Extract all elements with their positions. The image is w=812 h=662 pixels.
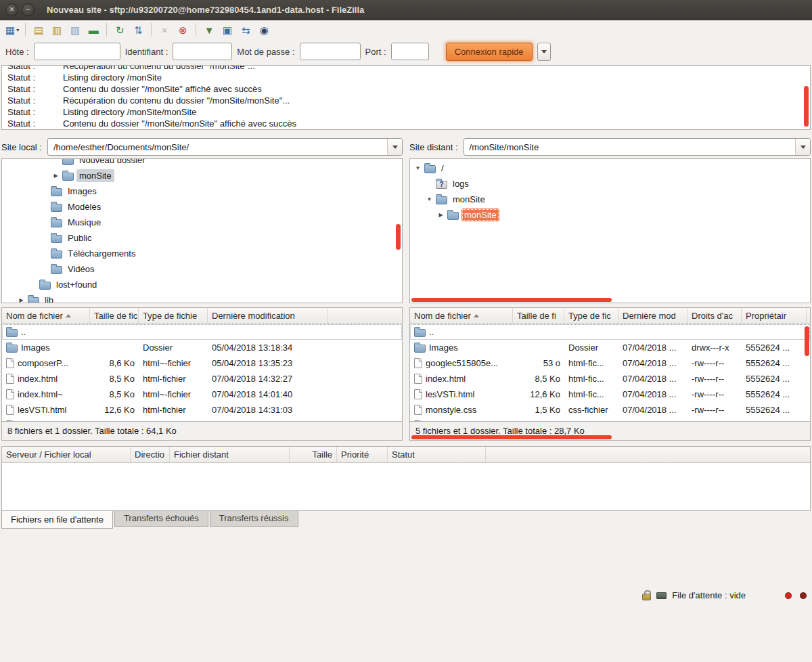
password-input[interactable] [300, 43, 361, 60]
username-input[interactable] [173, 43, 232, 60]
close-button[interactable]: × [5, 3, 18, 16]
tree-expander-down-icon[interactable]: ▼ [426, 196, 433, 202]
window-title: Nouveau site - sftp://u93200720@home7329… [47, 5, 364, 15]
column-header-filler [486, 447, 810, 462]
tree-item-mod-les[interactable]: Modèles [2, 199, 402, 215]
column-header-nom-de-fichier[interactable]: Nom de fichier [410, 308, 513, 324]
file-type-cell: html-fichier [139, 374, 208, 384]
tree-expander-right-icon[interactable]: ▶ [52, 173, 60, 179]
host-input[interactable] [34, 43, 120, 60]
column-header-priorit[interactable]: Priorité [337, 447, 388, 462]
column-header-derni-re-modification[interactable]: Dernière modification [208, 308, 328, 324]
toolbar-button-process-queue[interactable]: ⇅ [130, 22, 146, 38]
toolbar-button-toggle-remote-tree[interactable]: ▥ [67, 22, 83, 38]
file-row-parent-directory[interactable]: .. [410, 324, 810, 340]
tab-fichiers-en-file-d-attente[interactable]: Fichiers en file d'attente [1, 511, 113, 529]
filter-icon: ▼ [204, 25, 215, 35]
remote-path-value[interactable]: /monSite/monSite [464, 142, 795, 152]
file-row-images[interactable]: ImagesDossier07/04/2018 ...drwx---r-x555… [410, 340, 810, 355]
column-header-droits-d-ac[interactable]: Droits d'ac [687, 308, 742, 324]
local-tree[interactable]: Nouveau dossier▶monSiteImagesModèlesMusi… [1, 158, 403, 303]
column-header-nom-de-fichier[interactable]: Nom de fichier [2, 308, 90, 324]
column-header-directio[interactable]: Directio [131, 447, 170, 462]
remote-path-combobox[interactable]: /monSite/monSite [464, 138, 811, 156]
local-path-dropdown-button[interactable] [387, 139, 402, 155]
tree-item-t-l-chargements[interactable]: Téléchargements [2, 246, 402, 261]
tree-expander-right-icon[interactable]: ▶ [437, 212, 445, 218]
tree-item-musique[interactable]: Musique [2, 215, 402, 230]
log-scrollbar-thumb[interactable] [804, 86, 809, 127]
file-row-lesvsti-html[interactable]: lesVSTi.html12,6 Kohtml-fichier07/04/201… [2, 402, 402, 418]
tree-expander-right-icon[interactable]: ▶ [18, 297, 25, 303]
remote-tree-hscrollbar-thumb[interactable] [411, 298, 612, 302]
tree-item-lib[interactable]: ▶lib [2, 292, 402, 303]
remote-list-hscrollbar-thumb[interactable] [411, 435, 612, 439]
column-header-taille[interactable]: Taille [290, 447, 337, 462]
quickconnect-button[interactable]: Connexion rapide [446, 43, 533, 61]
remote-list-scrollbar-thumb[interactable] [805, 326, 809, 356]
tree-expander-down-icon[interactable]: ▼ [414, 165, 422, 171]
column-header-label: Nom de fichier [414, 311, 471, 321]
tree-item-vid-os[interactable]: Vidéos [2, 261, 402, 277]
column-header-taille-de-fi[interactable]: Taille de fi [513, 308, 564, 324]
tree-item-root[interactable]: ▼/ [410, 160, 810, 176]
tree-item-logs[interactable]: ?logs [410, 176, 810, 192]
toolbar-button-toggle-message-log[interactable]: ▤ [30, 22, 47, 38]
toolbar-button-filter[interactable]: ▼ [201, 22, 217, 38]
local-list-body[interactable]: ..ImagesDossier05/04/2018 13:18:34compos… [2, 324, 402, 421]
folder-icon [39, 282, 51, 290]
toolbar-button-toggle-queue[interactable]: ▬ [85, 22, 102, 38]
toolbar-button-compare-directories[interactable]: ▣ [219, 22, 235, 38]
toolbar-button-find-files[interactable]: ◉ [256, 22, 272, 38]
toolbar-button-disconnect[interactable]: ⊗ [175, 22, 191, 38]
remote-tree[interactable]: ▼/?logs▼monSite▶monSite [409, 158, 811, 303]
remote-path-dropdown-button[interactable] [795, 139, 810, 155]
file-row-index-html[interactable]: index.html8,5 Kohtml-fichier07/04/2018 1… [2, 371, 402, 387]
file-row-index-html[interactable]: index.html~8,5 Kohtml~-fichier07/04/2018… [2, 387, 402, 402]
toolbar-button-cancel[interactable]: × [156, 22, 173, 38]
column-header-serveur-fichier-local[interactable]: Serveur / Fichier local [2, 447, 131, 462]
quickconnect-dropdown-button[interactable] [537, 43, 551, 61]
toolbar-button-toggle-local-tree[interactable]: ▥ [49, 22, 65, 38]
tree-item-monsite[interactable]: ▶monSite [2, 168, 402, 183]
file-row-googlec515805e[interactable]: googlec515805e...53 ohtml-fic...07/04/20… [410, 355, 810, 371]
local-path-value[interactable]: /home/esther/Documents/monSite/ [48, 142, 387, 152]
file-icon [414, 374, 422, 384]
tab-transferts-r-ussis[interactable]: Transferts réussis [210, 511, 298, 527]
tree-item-public[interactable]: Public [2, 230, 402, 246]
file-row-parent-directory[interactable]: .. [2, 324, 402, 340]
tree-item-images[interactable]: Images [2, 183, 402, 199]
queue-body[interactable] [2, 463, 810, 510]
tab-transferts-chou-s[interactable]: Transferts échoués [114, 511, 208, 527]
file-type-cell: Dossier [139, 343, 208, 353]
column-header-fichier-distant[interactable]: Fichier distant [170, 447, 290, 462]
file-name-cell: Images [410, 343, 513, 353]
tree-item-monsite[interactable]: ▶monSite [410, 207, 810, 223]
file-modified-cell: 07/04/2018 ... [618, 405, 687, 415]
status-log[interactable]: Statut :Récupération du contenu du dossi… [1, 65, 811, 130]
port-input[interactable] [391, 43, 429, 60]
file-row-index-html[interactable]: index.html8,5 Kohtml-fic...07/04/2018 ..… [410, 371, 810, 387]
minimize-button[interactable]: − [22, 3, 35, 16]
column-header-type-de-fic[interactable]: Type de fic [564, 308, 618, 324]
tree-item-nouveau-dossier[interactable]: Nouveau dossier [2, 158, 402, 168]
tree-item-lost-found[interactable]: lost+found [2, 277, 402, 292]
file-row-monstyle-css[interactable]: monstyle.css1,5 Kocss-fichier07/04/2018 … [410, 402, 810, 418]
toolbar-button-refresh[interactable]: ↻ [112, 22, 128, 38]
column-header-type-de-fichie[interactable]: Type de fichie [139, 308, 208, 324]
toolbar-button-synchronized-browsing[interactable]: ⇆ [238, 22, 254, 38]
local-tree-scrollbar-thumb[interactable] [396, 224, 401, 250]
file-owner-cell: 5552624 ... [742, 405, 807, 415]
column-header-taille-de-fic[interactable]: Taille de fic [90, 308, 139, 324]
column-header-propri-tair[interactable]: Propriétair [742, 308, 807, 324]
local-path-combobox[interactable]: /home/esther/Documents/monSite/ [47, 138, 403, 156]
file-row-lesvsti-html[interactable]: lesVSTi.html12,6 Kohtml-fic...07/04/2018… [410, 387, 810, 402]
file-row-images[interactable]: ImagesDossier05/04/2018 13:18:34 [2, 340, 402, 355]
file-row-composerp[interactable]: composerP...8,6 Kohtml~-fichier05/04/201… [2, 355, 402, 371]
tree-item-monsite[interactable]: ▼monSite [410, 192, 810, 207]
column-header-derni-re-mod[interactable]: Dernière mod [618, 308, 687, 324]
column-header-statut[interactable]: Statut [388, 447, 486, 462]
log-message: Récupération du contenu du dossier "/mon… [63, 95, 290, 106]
remote-list-body[interactable]: ..ImagesDossier07/04/2018 ...drwx---r-x5… [410, 324, 810, 421]
toolbar-button-site-manager[interactable]: ▦▾ [4, 22, 20, 38]
